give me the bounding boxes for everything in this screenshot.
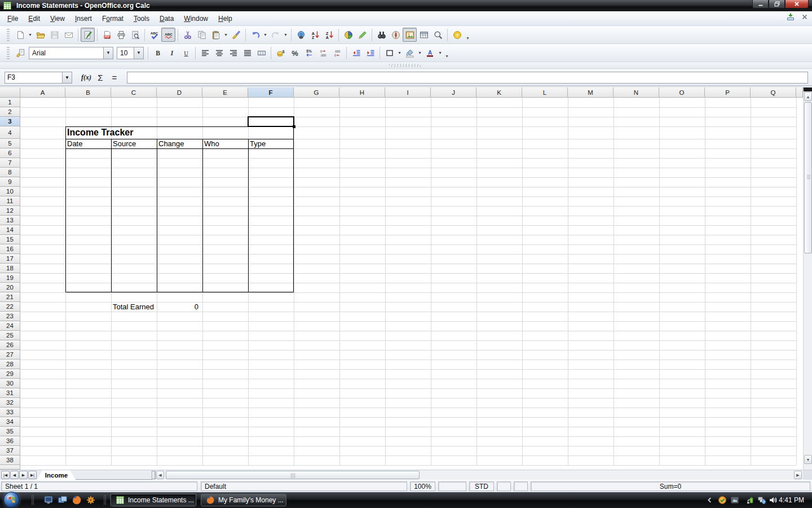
- column-header-F[interactable]: F: [248, 87, 294, 98]
- row-header-25[interactable]: 25: [0, 331, 20, 340]
- cut-button[interactable]: [180, 28, 195, 42]
- edit-file-button[interactable]: [81, 28, 95, 42]
- font-name-dropdown-icon[interactable]: ▼: [103, 47, 113, 59]
- column-header-C[interactable]: C: [111, 87, 157, 98]
- cell-E5[interactable]: Who: [204, 139, 219, 148]
- calc-app-icon[interactable]: [3, 1, 12, 10]
- row-header-34[interactable]: 34: [0, 417, 20, 427]
- row-header-21[interactable]: 21: [0, 292, 20, 302]
- column-header-Q[interactable]: Q: [751, 87, 796, 98]
- next-sheet-button[interactable]: ▶: [19, 471, 28, 479]
- toolbar-dock-handle[interactable]: [389, 64, 421, 67]
- cell-B4[interactable]: Income Tracker: [67, 126, 133, 139]
- sheet-tab-income[interactable]: Income: [37, 470, 76, 480]
- row-header-27[interactable]: 27: [0, 350, 20, 360]
- status-sheet-info[interactable]: Sheet 1 / 1: [1, 481, 197, 491]
- row-header-1[interactable]: 1: [0, 98, 20, 107]
- cell-F5[interactable]: Type: [250, 139, 266, 148]
- auto-spellcheck-button[interactable]: ABC: [161, 28, 175, 42]
- first-sheet-button[interactable]: |◀: [1, 471, 10, 479]
- paste-button[interactable]: [209, 28, 223, 42]
- start-button[interactable]: [3, 492, 20, 508]
- row-header-12[interactable]: 12: [0, 206, 20, 216]
- insert-chart-button[interactable]: [341, 28, 355, 42]
- taskbar-window-2[interactable]: My Family's Money ...: [201, 494, 286, 506]
- menu-format[interactable]: Format: [97, 12, 129, 25]
- restore-button[interactable]: [769, 0, 785, 8]
- vertical-scroll-thumb[interactable]: [804, 102, 812, 253]
- cell-B5[interactable]: Date: [67, 139, 82, 148]
- row-header-5[interactable]: 5: [0, 139, 20, 148]
- scroll-up-button[interactable]: ▲: [804, 92, 812, 101]
- italic-button[interactable]: I: [165, 46, 179, 60]
- status-selection-mode[interactable]: STD: [469, 481, 494, 491]
- number-format-currency-button[interactable]: $: [273, 46, 288, 60]
- row-header-38[interactable]: 38: [0, 456, 20, 465]
- status-zoom-level[interactable]: 100%: [410, 481, 435, 491]
- align-right-button[interactable]: [226, 46, 240, 60]
- number-format-percent-button[interactable]: %: [288, 46, 302, 60]
- power-icon[interactable]: [745, 495, 756, 505]
- column-header-E[interactable]: E: [202, 87, 248, 98]
- borders-dropdown-icon[interactable]: ▾: [396, 46, 403, 60]
- row-header-6[interactable]: 6: [0, 148, 20, 158]
- align-justified-button[interactable]: [240, 46, 254, 60]
- status-modified-flag[interactable]: [497, 481, 511, 491]
- status-signature[interactable]: [514, 481, 528, 491]
- hyperlink-button[interactable]: [294, 28, 308, 42]
- row-header-11[interactable]: 11: [0, 196, 20, 206]
- status-insert-mode[interactable]: [438, 481, 466, 491]
- column-header-P[interactable]: P: [705, 87, 751, 98]
- print-button[interactable]: [114, 28, 128, 42]
- font-color-button[interactable]: A: [423, 46, 437, 60]
- close-button[interactable]: [785, 0, 809, 8]
- redo-dropdown-icon[interactable]: ▾: [283, 28, 289, 42]
- export-as-pdf-button[interactable]: PDF: [100, 28, 114, 42]
- taskbar-window-1[interactable]: Income Statements ...: [111, 494, 196, 506]
- menu-data[interactable]: Data: [155, 12, 179, 25]
- sort-ascending-button[interactable]: AZ: [308, 28, 322, 42]
- column-header-H[interactable]: H: [339, 87, 385, 98]
- row-header-16[interactable]: 16: [0, 244, 20, 254]
- row-header-36[interactable]: 36: [0, 436, 20, 446]
- save-button[interactable]: [47, 28, 61, 42]
- security-alert-icon[interactable]: [717, 495, 727, 505]
- row-header-17[interactable]: 17: [0, 254, 20, 264]
- borders-button[interactable]: [382, 46, 396, 60]
- status-page-style[interactable]: Default: [201, 481, 407, 491]
- decrease-indent-button[interactable]: [349, 46, 363, 60]
- select-all-corner[interactable]: [0, 87, 20, 98]
- styles-and-formatting-button[interactable]: [13, 46, 27, 60]
- tray-app-icon[interactable]: [730, 495, 740, 505]
- close-document-icon[interactable]: [801, 13, 809, 21]
- toolbar-overflow-button[interactable]: ▾: [443, 46, 451, 60]
- row-header-29[interactable]: 29: [0, 369, 20, 379]
- menu-view[interactable]: View: [45, 12, 70, 25]
- row-header-20[interactable]: 20: [0, 283, 20, 292]
- gallery-button[interactable]: [403, 28, 417, 42]
- row-header-26[interactable]: 26: [0, 340, 20, 350]
- function-wizard-button[interactable]: f(x): [80, 71, 93, 84]
- row-header-4[interactable]: 4: [0, 126, 20, 139]
- row-header-10[interactable]: 10: [0, 187, 20, 196]
- switch-windows-icon[interactable]: [57, 494, 68, 506]
- row-header-37[interactable]: 37: [0, 446, 20, 456]
- input-line[interactable]: [127, 72, 808, 84]
- row-header-22[interactable]: 22: [0, 302, 20, 312]
- paste-dropdown-icon[interactable]: ▾: [223, 28, 229, 42]
- toolbar-grip[interactable]: [7, 29, 10, 41]
- row-header-9[interactable]: 9: [0, 177, 20, 187]
- bold-button[interactable]: B: [151, 46, 165, 60]
- row-header-14[interactable]: 14: [0, 225, 20, 235]
- fill-handle[interactable]: [293, 125, 295, 128]
- cell-C5[interactable]: Source: [113, 139, 136, 148]
- underline-button[interactable]: U: [179, 46, 193, 60]
- row-header-31[interactable]: 31: [0, 388, 20, 398]
- redo-button[interactable]: [268, 28, 283, 42]
- row-header-35[interactable]: 35: [0, 427, 20, 436]
- open-button[interactable]: [33, 28, 47, 42]
- menu-file[interactable]: File: [2, 12, 23, 25]
- horizontal-scrollbar[interactable]: ◀ ▶: [156, 470, 803, 480]
- menu-insert[interactable]: Insert: [70, 12, 97, 25]
- vertical-scrollbar[interactable]: ▲ ▼: [803, 87, 812, 470]
